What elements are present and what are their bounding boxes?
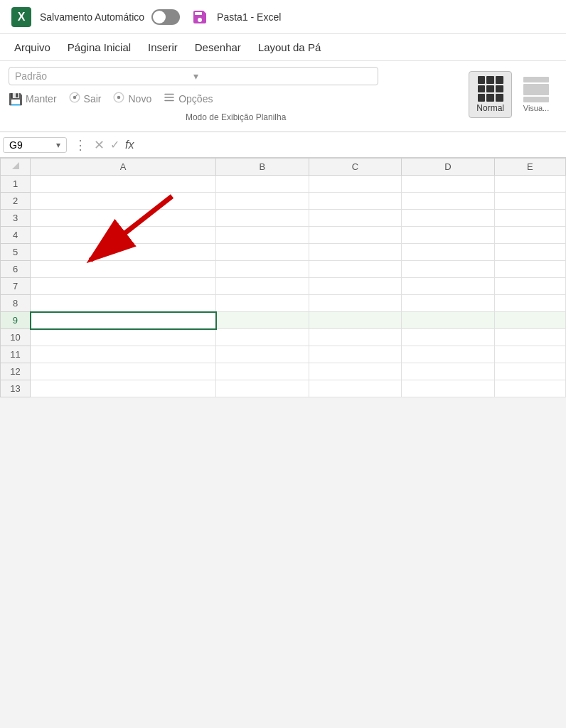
cell-e9[interactable] <box>494 312 565 329</box>
cell-a1[interactable] <box>31 176 216 193</box>
menu-layout[interactable]: Layout da Pá <box>250 38 329 56</box>
cell-d4[interactable] <box>402 227 494 244</box>
cell-d5[interactable] <box>402 244 494 261</box>
cell-a3[interactable] <box>31 210 216 227</box>
cell-a13[interactable] <box>31 380 216 397</box>
cell-c9[interactable] <box>309 312 401 329</box>
cell-e1[interactable] <box>494 176 565 193</box>
cell-d1[interactable] <box>402 176 494 193</box>
ribbon-btn-manter[interactable]: 💾 Manter <box>9 92 57 106</box>
cell-d6[interactable] <box>402 261 494 278</box>
cell-c5[interactable] <box>309 244 401 261</box>
cell-e12[interactable] <box>494 363 565 380</box>
cell-c10[interactable] <box>309 329 401 346</box>
cell-b10[interactable] <box>216 329 309 346</box>
formula-input[interactable] <box>137 138 563 152</box>
cell-e7[interactable] <box>494 278 565 295</box>
col-header-c[interactable]: C <box>309 159 401 176</box>
cell-e13[interactable] <box>494 380 565 397</box>
cell-b3[interactable] <box>216 210 309 227</box>
cell-b11[interactable] <box>216 346 309 363</box>
cell-a10[interactable] <box>31 329 216 346</box>
cell-a7[interactable] <box>31 278 216 295</box>
cell-b5[interactable] <box>216 244 309 261</box>
menu-inserir[interactable]: Inserir <box>139 38 186 56</box>
row-header-12[interactable]: 12 <box>1 363 31 380</box>
cell-b2[interactable] <box>216 193 309 210</box>
cell-d13[interactable] <box>402 380 494 397</box>
cell-b7[interactable] <box>216 278 309 295</box>
row-header-3[interactable]: 3 <box>1 210 31 227</box>
row-header-1[interactable]: 1 <box>1 176 31 193</box>
cell-d10[interactable] <box>402 329 494 346</box>
cell-reference-box[interactable]: G9 ▾ <box>3 137 67 153</box>
cell-d8[interactable] <box>402 295 494 312</box>
cell-a9[interactable] <box>31 312 216 329</box>
cell-e4[interactable] <box>494 227 565 244</box>
row-header-8[interactable]: 8 <box>1 295 31 312</box>
view-btn-visual[interactable]: Visua... <box>515 73 557 117</box>
cell-d11[interactable] <box>402 346 494 363</box>
sheet-view-dropdown[interactable]: Padrão ▾ <box>9 67 378 85</box>
cell-c11[interactable] <box>309 346 401 363</box>
confirm-formula-icon[interactable]: ✓ <box>110 138 119 151</box>
menu-pagina-inicial[interactable]: Página Inicial <box>59 38 139 56</box>
row-header-4[interactable]: 4 <box>1 227 31 244</box>
view-btn-normal[interactable]: Normal <box>469 71 512 118</box>
row-header-13[interactable]: 13 <box>1 380 31 397</box>
cell-c4[interactable] <box>309 227 401 244</box>
cell-e5[interactable] <box>494 244 565 261</box>
cell-b4[interactable] <box>216 227 309 244</box>
cell-e6[interactable] <box>494 261 565 278</box>
cell-b6[interactable] <box>216 261 309 278</box>
cell-a4[interactable] <box>31 227 216 244</box>
col-header-e[interactable]: E <box>494 159 565 176</box>
cell-d12[interactable] <box>402 363 494 380</box>
auto-save-toggle[interactable] <box>151 9 180 25</box>
cell-d2[interactable] <box>402 193 494 210</box>
formula-separator-icon[interactable]: ⋮ <box>74 137 87 153</box>
row-header-7[interactable]: 7 <box>1 278 31 295</box>
ribbon-btn-opcoes[interactable]: Opções <box>163 91 213 107</box>
cell-b9[interactable] <box>216 312 309 329</box>
row-header-9[interactable]: 9 <box>1 312 31 329</box>
cell-e8[interactable] <box>494 295 565 312</box>
cancel-formula-icon[interactable]: ✕ <box>94 137 105 153</box>
cell-d3[interactable] <box>402 210 494 227</box>
cell-b1[interactable] <box>216 176 309 193</box>
cell-c7[interactable] <box>309 278 401 295</box>
row-header-5[interactable]: 5 <box>1 244 31 261</box>
cell-b8[interactable] <box>216 295 309 312</box>
cell-c8[interactable] <box>309 295 401 312</box>
cell-c2[interactable] <box>309 193 401 210</box>
cell-a12[interactable] <box>31 363 216 380</box>
row-header-2[interactable]: 2 <box>1 193 31 210</box>
col-header-b[interactable]: B <box>216 159 309 176</box>
ribbon-btn-novo[interactable]: Novo <box>112 91 151 107</box>
col-header-a[interactable]: A <box>31 159 216 176</box>
cell-c12[interactable] <box>309 363 401 380</box>
cell-e10[interactable] <box>494 329 565 346</box>
col-header-d[interactable]: D <box>402 159 494 176</box>
cell-a11[interactable] <box>31 346 216 363</box>
cell-b13[interactable] <box>216 380 309 397</box>
ribbon-btn-sair[interactable]: Sair <box>68 91 102 107</box>
cell-a6[interactable] <box>31 261 216 278</box>
insert-function-icon[interactable]: fx <box>125 139 134 151</box>
cell-c3[interactable] <box>309 210 401 227</box>
cell-d7[interactable] <box>402 278 494 295</box>
cell-e11[interactable] <box>494 346 565 363</box>
cell-a2[interactable] <box>31 193 216 210</box>
cell-c6[interactable] <box>309 261 401 278</box>
cell-b12[interactable] <box>216 363 309 380</box>
menu-desenhar[interactable]: Desenhar <box>186 38 250 56</box>
cell-e2[interactable] <box>494 193 565 210</box>
row-header-11[interactable]: 11 <box>1 346 31 363</box>
row-header-10[interactable]: 10 <box>1 329 31 346</box>
cell-c1[interactable] <box>309 176 401 193</box>
cell-a8[interactable] <box>31 295 216 312</box>
cell-a5[interactable] <box>31 244 216 261</box>
menu-arquivo[interactable]: Arquivo <box>6 38 59 56</box>
row-header-6[interactable]: 6 <box>1 261 31 278</box>
cell-e3[interactable] <box>494 210 565 227</box>
